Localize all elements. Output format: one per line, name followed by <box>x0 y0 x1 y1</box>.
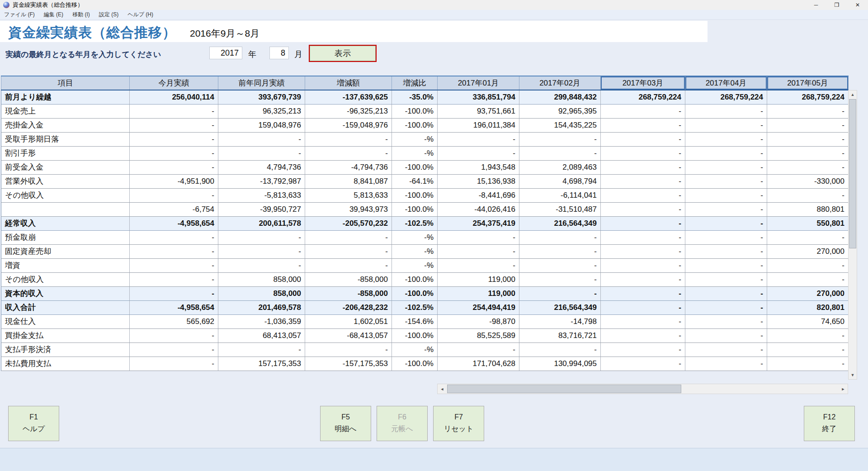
value-cell[interactable]: - <box>601 216 685 230</box>
value-cell[interactable]: -96,325,213 <box>305 104 392 118</box>
value-cell[interactable]: -98,870 <box>438 314 519 328</box>
value-cell[interactable]: - <box>519 343 601 357</box>
value-cell[interactable]: - <box>305 132 392 146</box>
value-cell[interactable]: - <box>601 314 685 328</box>
row-label-cell[interactable]: 未払費用支払 <box>1 357 130 371</box>
scroll-left-icon[interactable]: ◄ <box>438 384 447 394</box>
value-cell[interactable]: - <box>130 188 218 202</box>
value-cell[interactable]: -64.1% <box>392 174 438 188</box>
value-cell[interactable]: 256,040,114 <box>130 90 218 104</box>
value-cell[interactable]: - <box>767 357 849 371</box>
value-cell[interactable]: - <box>305 146 392 160</box>
value-cell[interactable]: -6,114,041 <box>519 188 601 202</box>
value-cell[interactable]: - <box>685 216 767 230</box>
value-cell[interactable]: 15,136,938 <box>438 174 519 188</box>
value-cell[interactable]: 119,000 <box>438 286 519 300</box>
value-cell[interactable]: 119,000 <box>438 272 519 286</box>
row-label-cell[interactable]: 前受金入金 <box>1 160 130 174</box>
value-cell[interactable]: - <box>438 230 519 244</box>
value-cell[interactable]: - <box>601 286 685 300</box>
row-label-cell[interactable]: 受取手形期日落 <box>1 132 130 146</box>
value-cell[interactable]: 550,801 <box>767 216 849 230</box>
value-cell[interactable]: - <box>218 146 305 160</box>
horizontal-scrollbar[interactable]: ◄ ► <box>437 384 848 394</box>
value-cell[interactable]: -5,813,633 <box>218 188 305 202</box>
value-cell[interactable]: - <box>438 146 519 160</box>
value-cell[interactable]: - <box>601 328 685 343</box>
value-cell[interactable]: - <box>601 300 685 314</box>
value-cell[interactable]: -1,036,359 <box>218 314 305 328</box>
scroll-right-icon[interactable]: ► <box>839 384 848 394</box>
value-cell[interactable]: - <box>685 118 767 132</box>
close-icon[interactable]: ✕ <box>847 0 868 10</box>
value-cell[interactable]: -159,048,976 <box>305 118 392 132</box>
row-label-cell[interactable]: 預金取崩 <box>1 230 130 244</box>
value-cell[interactable]: -154.6% <box>392 314 438 328</box>
value-cell[interactable]: - <box>685 244 767 258</box>
value-cell[interactable]: 254,375,419 <box>438 216 519 230</box>
value-cell[interactable]: - <box>767 160 849 174</box>
value-cell[interactable]: - <box>130 272 218 286</box>
value-cell[interactable]: - <box>767 343 849 357</box>
value-cell[interactable]: 216,564,349 <box>519 300 601 314</box>
value-cell[interactable]: -100.0% <box>392 118 438 132</box>
value-cell[interactable]: 254,494,419 <box>438 300 519 314</box>
value-cell[interactable]: - <box>685 328 767 343</box>
value-cell[interactable]: - <box>130 132 218 146</box>
value-cell[interactable]: - <box>130 146 218 160</box>
value-cell[interactable]: - <box>601 146 685 160</box>
value-cell[interactable]: 171,704,628 <box>438 357 519 371</box>
value-cell[interactable]: 820,801 <box>767 300 849 314</box>
row-label-cell[interactable]: 資本的収入 <box>1 286 130 300</box>
value-cell[interactable]: 8,841,087 <box>305 174 392 188</box>
value-cell[interactable]: - <box>685 174 767 188</box>
value-cell[interactable]: 68,413,057 <box>218 328 305 343</box>
value-cell[interactable]: -44,026,416 <box>438 202 519 216</box>
value-cell[interactable]: 858,000 <box>218 272 305 286</box>
value-cell[interactable]: - <box>438 258 519 272</box>
value-cell[interactable]: 154,435,225 <box>519 118 601 132</box>
value-cell[interactable]: 880,801 <box>767 202 849 216</box>
value-cell[interactable]: - <box>218 244 305 258</box>
value-cell[interactable]: -858,000 <box>305 286 392 300</box>
value-cell[interactable]: -137,639,625 <box>305 90 392 104</box>
value-cell[interactable]: - <box>767 104 849 118</box>
value-cell[interactable]: -102.5% <box>392 300 438 314</box>
row-label-cell[interactable]: 固定資産売却 <box>1 244 130 258</box>
value-cell[interactable]: - <box>601 104 685 118</box>
value-cell[interactable]: -4,958,654 <box>130 216 218 230</box>
value-cell[interactable]: - <box>218 343 305 357</box>
value-cell[interactable]: - <box>685 188 767 202</box>
value-cell[interactable]: - <box>305 230 392 244</box>
value-cell[interactable]: 1,943,548 <box>438 160 519 174</box>
value-cell[interactable]: - <box>130 160 218 174</box>
value-cell[interactable]: -% <box>392 132 438 146</box>
value-cell[interactable]: - <box>130 286 218 300</box>
minimize-icon[interactable]: ─ <box>806 0 826 10</box>
value-cell[interactable]: - <box>685 314 767 328</box>
value-cell[interactable]: - <box>438 343 519 357</box>
value-cell[interactable]: 157,175,353 <box>218 357 305 371</box>
row-label-cell[interactable]: 現金仕入 <box>1 314 130 328</box>
value-cell[interactable]: 268,759,224 <box>601 90 685 104</box>
value-cell[interactable]: - <box>130 343 218 357</box>
value-cell[interactable]: - <box>438 132 519 146</box>
value-cell[interactable]: 83,716,721 <box>519 328 601 343</box>
value-cell[interactable]: -100.0% <box>392 188 438 202</box>
vertical-scroll-thumb[interactable] <box>849 99 856 248</box>
value-cell[interactable]: 268,759,224 <box>685 90 767 104</box>
value-cell[interactable]: 196,011,384 <box>438 118 519 132</box>
row-label-cell[interactable] <box>1 202 130 216</box>
row-label-cell[interactable]: 売掛金入金 <box>1 118 130 132</box>
row-label-cell[interactable]: 現金売上 <box>1 104 130 118</box>
vertical-scrollbar[interactable]: ▲ ▼ <box>848 90 857 380</box>
value-cell[interactable]: 74,650 <box>767 314 849 328</box>
value-cell[interactable]: -% <box>392 230 438 244</box>
value-cell[interactable]: -% <box>392 343 438 357</box>
value-cell[interactable]: -100.0% <box>392 286 438 300</box>
value-cell[interactable]: -% <box>392 244 438 258</box>
value-cell[interactable]: - <box>519 244 601 258</box>
value-cell[interactable]: - <box>130 258 218 272</box>
value-cell[interactable]: -14,798 <box>519 314 601 328</box>
month-input[interactable] <box>269 47 289 59</box>
